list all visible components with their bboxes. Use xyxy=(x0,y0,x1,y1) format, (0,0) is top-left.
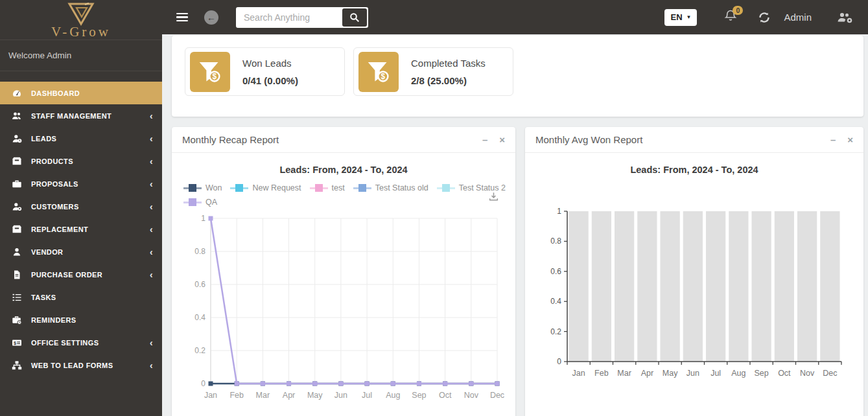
svg-text:Jun: Jun xyxy=(334,391,347,400)
sidebar-item-replacement[interactable]: REPLACEMENT‹ xyxy=(0,218,162,240)
legend-item-won[interactable]: Won xyxy=(183,183,222,192)
sidebar-item-label: REPLACEMENT xyxy=(31,225,150,233)
box-icon xyxy=(12,156,22,167)
welcome-text: Welcome Admin xyxy=(0,40,162,71)
recap-line-chart-container: 00.20.40.60.81JanFebMarAprMayJunJulAugSe… xyxy=(182,212,515,409)
panel-title: Monthly Avg Won Report xyxy=(535,134,642,145)
won-leads-card[interactable]: $ Won Leads 0/41 (0.00%) xyxy=(185,47,345,96)
svg-text:Jun: Jun xyxy=(686,369,699,378)
svg-text:May: May xyxy=(307,391,323,400)
svg-text:0.8: 0.8 xyxy=(550,237,561,246)
sidebar-item-label: WEB TO LEAD FORMS xyxy=(31,362,150,369)
user-badge-icon xyxy=(12,202,22,212)
svg-text:$: $ xyxy=(14,340,17,345)
sidebar-item-customers[interactable]: CUSTOMERS‹ xyxy=(0,195,162,218)
sidebar-item-label: TASKS xyxy=(31,294,153,301)
sidebar-item-reminders[interactable]: REMINDERS xyxy=(0,308,162,331)
sidebar-item-purchase-order[interactable]: PURCHASE ORDER‹ xyxy=(0,263,162,286)
svg-text:Jan: Jan xyxy=(204,391,217,400)
stat-title: Completed Tasks xyxy=(411,58,486,69)
sidebar-item-label: REMINDERS xyxy=(31,316,153,324)
chart-title: Leads: From, 2024 - To, 2024 xyxy=(172,165,515,175)
user-clock-icon xyxy=(12,133,22,144)
vgrow-logo-icon xyxy=(65,3,97,26)
minimize-icon[interactable]: – xyxy=(482,135,487,144)
admin-user-menu[interactable]: Admin xyxy=(784,12,812,23)
refresh-icon xyxy=(758,11,771,24)
svg-text:0.2: 0.2 xyxy=(194,346,205,355)
svg-text:Dec: Dec xyxy=(490,391,504,400)
search-box xyxy=(236,7,368,28)
panel-header: Monthly Avg Won Report – × xyxy=(525,127,863,153)
legend-label: QA xyxy=(205,198,217,207)
back-arrow-icon[interactable]: ← xyxy=(204,10,218,25)
svg-text:Aug: Aug xyxy=(731,369,745,378)
sidebar-item-web-to-lead-forms[interactable]: WEB TO LEAD FORMS‹ xyxy=(0,354,162,376)
sidebar-item-label: VENDOR xyxy=(31,248,150,256)
sidebar-item-proposals[interactable]: PROPOSALS‹ xyxy=(0,172,162,195)
recap-legend: WonNew RequesttestTest Status oldTest St… xyxy=(183,183,501,207)
search-input[interactable] xyxy=(237,12,342,23)
legend-marker xyxy=(353,184,371,192)
language-select[interactable]: EN ▼ xyxy=(664,9,697,26)
legend-marker xyxy=(183,198,202,206)
legend-marker xyxy=(230,184,248,192)
hamburger-menu-icon[interactable] xyxy=(176,13,188,22)
sidebar-item-office-settings[interactable]: $OFFICE SETTINGS‹ xyxy=(0,331,162,354)
chevron-left-icon: ‹ xyxy=(150,202,153,212)
sidebar-item-products[interactable]: PRODUCTS‹ xyxy=(0,150,162,172)
topbar: ← EN ▼ 0 Admin xyxy=(162,0,868,34)
legend-item-new-request[interactable]: New Request xyxy=(230,183,301,192)
svg-text:Mar: Mar xyxy=(256,391,270,400)
user-management-button[interactable] xyxy=(836,11,854,24)
close-icon[interactable]: × xyxy=(499,135,505,144)
stat-value: 2/8 (25.00%) xyxy=(411,75,467,86)
sidebar-item-vendor[interactable]: VENDOR‹ xyxy=(0,240,162,263)
search-button[interactable] xyxy=(342,8,367,27)
svg-text:Jul: Jul xyxy=(362,391,372,400)
notifications-button[interactable]: 0 xyxy=(724,9,737,26)
sidebar-item-staff-management[interactable]: STAFF MANAGEMENT‹ xyxy=(0,104,162,127)
completed-tasks-card[interactable]: $ Completed Tasks 2/8 (25.00%) xyxy=(353,47,513,96)
svg-text:Oct: Oct xyxy=(778,369,791,378)
svg-text:$: $ xyxy=(381,72,386,81)
close-icon[interactable]: × xyxy=(847,135,853,144)
svg-text:0.2: 0.2 xyxy=(550,327,561,336)
svg-text:Mar: Mar xyxy=(617,369,631,378)
svg-text:0.4: 0.4 xyxy=(194,313,205,322)
sidebar-item-leads[interactable]: LEADS‹ xyxy=(0,127,162,150)
minimize-icon[interactable]: – xyxy=(830,135,836,144)
logo: V-Grow xyxy=(0,0,162,40)
download-icon[interactable] xyxy=(488,191,499,205)
chevron-left-icon: ‹ xyxy=(150,179,153,189)
money-check-icon: $ xyxy=(12,338,22,348)
sidebar-item-label: PURCHASE ORDER xyxy=(31,271,150,279)
svg-text:0.8: 0.8 xyxy=(194,247,205,256)
legend-marker xyxy=(437,184,455,192)
svg-text:1: 1 xyxy=(557,207,561,216)
chevron-left-icon: ‹ xyxy=(150,133,153,144)
svg-text:Jul: Jul xyxy=(710,369,721,378)
svg-text:Nov: Nov xyxy=(464,391,479,400)
legend-item-qa[interactable]: QA xyxy=(183,198,217,207)
svg-text:Sep: Sep xyxy=(412,391,426,400)
gauge-icon xyxy=(12,88,22,98)
chevron-left-icon: ‹ xyxy=(150,247,153,257)
refresh-button[interactable] xyxy=(758,11,771,24)
legend-item-test-status-old[interactable]: Test Status old xyxy=(353,183,428,192)
stat-title: Won Leads xyxy=(242,58,292,69)
task-list-icon xyxy=(12,292,22,303)
legend-item-test[interactable]: test xyxy=(310,183,345,192)
chart-title: Leads: From, 2024 - To, 2024 xyxy=(525,165,863,175)
svg-text:0.6: 0.6 xyxy=(194,280,205,289)
main-content: $ Won Leads 0/41 (0.00%) $ Completed Tas… xyxy=(162,34,868,416)
box-icon xyxy=(12,224,22,235)
sidebar-item-dashboard[interactable]: DASHBOARD xyxy=(0,82,162,104)
svg-text:Feb: Feb xyxy=(229,391,244,400)
svg-text:May: May xyxy=(663,369,678,378)
users-gear-icon xyxy=(836,11,854,24)
svg-text:Aug: Aug xyxy=(386,391,400,400)
sidebar-item-tasks[interactable]: TASKS xyxy=(0,286,162,308)
svg-text:0.4: 0.4 xyxy=(550,297,561,306)
svg-text:Jan: Jan xyxy=(572,369,585,378)
